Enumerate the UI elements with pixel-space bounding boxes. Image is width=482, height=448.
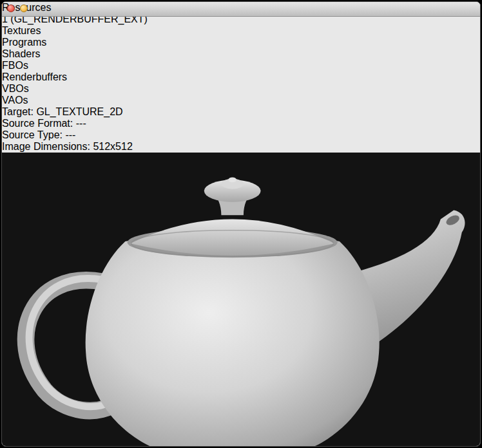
minimize-icon[interactable] [20,5,28,12]
target-label: Target: [2,106,34,117]
tab-bar: Textures Programs Shaders FBOs Renderbuf… [2,25,480,106]
tab-vbos[interactable]: VBOs [2,83,480,95]
titlebar[interactable]: Resources [2,2,480,17]
texture-preview [2,153,480,447]
source-type-label: Source Type: [2,129,63,140]
window-title: Resources [2,2,480,14]
resources-window: Resources Name 1 (GL_RENDERBUFFER_EXT) T… [1,1,481,447]
tab-fbos[interactable]: FBOs [2,60,480,71]
close-icon[interactable] [7,5,15,12]
texture-info: Target: GL_TEXTURE_2D Source Format: ---… [2,106,480,153]
tab-vaos[interactable]: VAOs [2,95,480,106]
tab-programs[interactable]: Programs [2,37,480,48]
source-format-label: Source Format: [2,118,73,129]
tab-renderbuffers[interactable]: Renderbuffers [2,71,480,83]
zoom-window-icon[interactable] [33,5,41,12]
tab-shaders[interactable]: Shaders [2,48,480,60]
image-dimensions-value: 512x512 [93,141,132,152]
source-format-value: --- [76,118,86,129]
image-dimensions-label: Image Dimensions: [2,141,90,152]
source-type-value: --- [65,129,75,140]
teapot-render [2,153,480,447]
target-value: GL_TEXTURE_2D [36,106,122,117]
tab-textures[interactable]: Textures [2,25,480,37]
